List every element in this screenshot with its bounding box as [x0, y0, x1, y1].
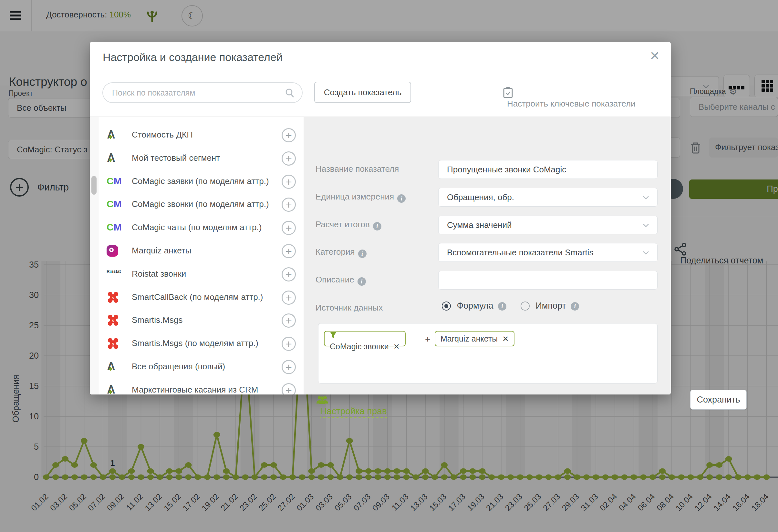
funnel-icon	[330, 332, 337, 339]
metric-list-item[interactable]: s Smartis.Msgs (по моделям аттр.) +	[99, 333, 304, 356]
info-icon[interactable]: i	[498, 302, 507, 311]
add-metric-icon[interactable]: +	[282, 360, 296, 374]
metric-list-item[interactable]: s Smartis.Msgs +	[99, 309, 304, 333]
formula-chip-marquiz[interactable]: Marquiz анкеты✕	[435, 331, 515, 346]
metric-search	[102, 82, 303, 103]
add-metric-icon[interactable]: +	[282, 175, 296, 189]
add-metric-icon[interactable]: +	[282, 337, 296, 351]
metric-name-input[interactable]: Пропущенные звонки CoMagic	[438, 160, 657, 179]
totals-select[interactable]: Сумма значений	[438, 215, 657, 234]
smartis-icon: Λ✱	[106, 152, 120, 165]
comagic-icon: CM	[106, 222, 122, 233]
description-input[interactable]	[438, 271, 657, 289]
metrics-settings-modal: Настройка и создание показателей ✕ Созда…	[90, 42, 671, 394]
remove-chip-icon[interactable]: ✕	[502, 335, 509, 343]
metric-list-item[interactable]: CM CoMagic заявки (по моделям аттр.) +	[99, 170, 304, 194]
scrollbar-track[interactable]	[90, 117, 99, 394]
add-metric-icon[interactable]: +	[282, 244, 296, 258]
metric-label: Все обращения (новый)	[132, 362, 225, 371]
svg-text:s: s	[112, 318, 114, 323]
formula-operator: +	[425, 334, 430, 344]
info-icon[interactable]: i	[358, 277, 366, 286]
configure-key-metrics-link[interactable]: Настроить ключевые показатели	[503, 87, 636, 109]
formula-editor[interactable]: CoMagic звонки✕ + Marquiz анкеты✕	[318, 323, 657, 383]
smartis-icon: Λ✱	[106, 129, 120, 142]
radio-selected-icon	[442, 301, 451, 311]
comagic-icon: CM	[106, 176, 122, 186]
info-icon[interactable]: i	[358, 250, 367, 258]
metric-label: CoMagic чаты (по моделям аттр.)	[132, 223, 261, 233]
modal-title: Настройка и создание показателей	[103, 51, 283, 64]
smartis-msgs-icon: s	[106, 338, 120, 349]
remove-chip-icon[interactable]: ✕	[393, 342, 400, 351]
add-metric-icon[interactable]: +	[282, 290, 296, 305]
people-icon	[316, 395, 328, 406]
metric-label: CoMagic заявки (по моделям аттр.)	[132, 176, 269, 186]
smartis-msgs-icon: s	[106, 291, 120, 303]
metric-label: Стоимость ДКП	[132, 130, 193, 140]
metrics-list: Λ✱ Стоимость ДКП +Λ✱ Мой тестовый сегмен…	[90, 117, 304, 394]
save-button[interactable]: Сохранить	[690, 390, 747, 410]
search-icon	[285, 88, 295, 98]
metric-label: Smartis.Msgs	[132, 315, 182, 325]
metric-list-item[interactable]: Λ✱ Стоимость ДКП +	[99, 124, 304, 147]
comagic-icon: CM	[106, 198, 122, 209]
svg-text:s: s	[112, 295, 114, 300]
chevron-down-icon	[642, 222, 649, 229]
metric-list-item[interactable]: CM CoMagic звонки (по моделям аттр.) +	[99, 193, 304, 216]
chevron-down-icon	[642, 249, 649, 256]
totals-label: Расчет итоговi	[316, 219, 381, 231]
metric-label: Smartis.Msgs (по моделям аттр.)	[132, 338, 258, 348]
metric-list-item[interactable]: CM CoMagic чаты (по моделям аттр.) +	[99, 216, 304, 240]
formula-radio[interactable]: Формула i	[442, 301, 507, 311]
metric-label: Маркетинговые касания из CRM	[132, 385, 258, 394]
category-label: Категорияi	[316, 247, 367, 258]
info-icon[interactable]: i	[571, 302, 579, 311]
add-metric-icon[interactable]: +	[282, 221, 296, 235]
smartis-icon: Λ✱	[106, 361, 120, 374]
metric-label: CoMagic звонки (по моделям аттр.)	[132, 199, 269, 209]
name-label: Название показателя	[316, 164, 399, 174]
category-select[interactable]: Вспомогательные показатели Smartis	[438, 243, 657, 262]
create-metric-button[interactable]: Создать показатель	[314, 82, 411, 103]
metric-list-item[interactable]: Λ✱ Все обращения (новый) +	[99, 356, 304, 379]
metric-label: SmartCallBack (по моделям аттр.)	[132, 292, 263, 302]
svg-text:s: s	[112, 341, 114, 346]
formula-chip-comagic[interactable]: CoMagic звонки✕	[324, 331, 406, 346]
add-metric-icon[interactable]: +	[282, 128, 296, 142]
add-metric-icon[interactable]: +	[282, 383, 296, 394]
marquiz-icon	[106, 245, 118, 257]
metric-list-item[interactable]: Λ✱ Маркетинговые касания из CRM +	[99, 379, 304, 394]
add-metric-icon[interactable]: +	[282, 267, 296, 281]
clipboard-check-icon	[503, 87, 513, 98]
metric-label: Roistat звонки	[132, 269, 186, 279]
import-radio[interactable]: Импорт i	[521, 301, 579, 311]
close-icon[interactable]: ✕	[649, 50, 660, 62]
description-label: Описаниеi	[316, 275, 366, 286]
metric-form: Название показателя Пропущенные звонки C…	[304, 117, 671, 394]
metric-label: Мой тестовый сегмент	[132, 153, 220, 163]
metric-list-item[interactable]: Roistat Roistat звонки +	[99, 263, 304, 286]
scrollbar-thumb[interactable]	[91, 176, 96, 195]
unit-select[interactable]: Обращения, обр.	[438, 188, 657, 206]
add-metric-icon[interactable]: +	[282, 197, 296, 212]
info-icon[interactable]: i	[373, 222, 381, 231]
metric-label: Marquiz анкеты	[132, 246, 191, 256]
unit-label: Единица измеренияi	[316, 192, 406, 203]
data-source-label: Источник данных	[316, 303, 383, 313]
smartis-icon: Λ✱	[106, 384, 120, 394]
metric-list-item[interactable]: Λ✱ Мой тестовый сегмент +	[99, 147, 304, 170]
radio-unselected-icon	[521, 301, 530, 311]
add-metric-icon[interactable]: +	[282, 151, 296, 166]
metric-search-input[interactable]	[112, 83, 280, 102]
add-metric-icon[interactable]: +	[282, 314, 296, 328]
rights-settings-link[interactable]: Настройка прав	[316, 395, 387, 417]
roistat-icon: Roistat	[106, 269, 121, 274]
metric-list-item[interactable]: s SmartCallBack (по моделям аттр.) +	[99, 286, 304, 309]
chevron-down-icon	[642, 194, 649, 201]
info-icon[interactable]: i	[397, 194, 406, 203]
metric-list-item[interactable]: Marquiz анкеты +	[99, 240, 304, 263]
smartis-msgs-icon: s	[106, 315, 120, 326]
